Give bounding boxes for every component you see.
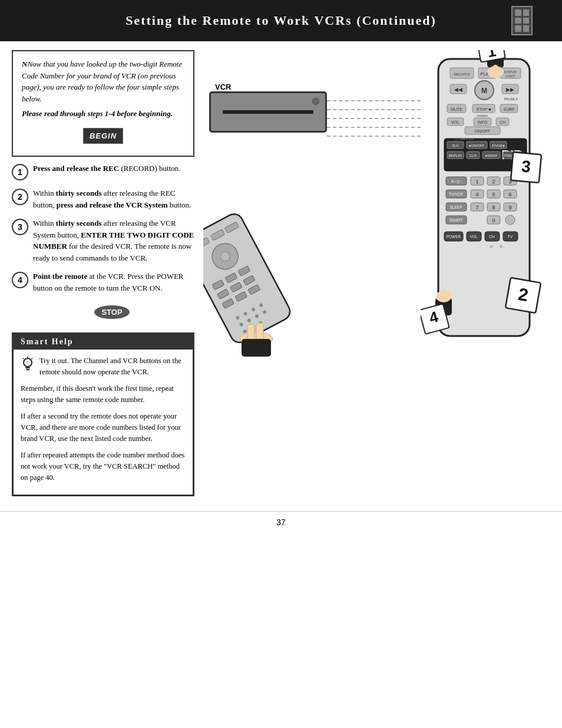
- svg-text:ON/OFF: ON/OFF: [475, 129, 490, 133]
- intro-box: NNow that you have looked up the two-dig…: [12, 50, 194, 157]
- svg-text:REC/VCR: REC/VCR: [454, 73, 470, 76]
- svg-text:4: 4: [475, 192, 478, 197]
- svg-text:8: 8: [492, 205, 495, 210]
- svg-text:9: 9: [508, 205, 511, 210]
- svg-line-4: [23, 358, 24, 360]
- smart-help-para-2: If after a second try the remote does no…: [21, 411, 186, 445]
- svg-text:◀◀: ◀◀: [454, 87, 462, 93]
- icon-dot: [515, 25, 521, 32]
- svg-rect-99: [493, 65, 498, 77]
- svg-text:VOL: VOL: [451, 120, 459, 124]
- vcr-button: [312, 98, 319, 105]
- svg-rect-2: [26, 369, 29, 370]
- page-header: Setting the Remote to Work VCRs (Continu…: [0, 0, 562, 41]
- svg-text:CH: CH: [489, 235, 495, 239]
- smart-help-content: Try it out. The Channel and VCR buttons …: [14, 350, 193, 495]
- signal-line-3: [327, 118, 421, 119]
- svg-text:SLEEP: SLEEP: [450, 205, 462, 209]
- step-1-number: 1: [12, 164, 28, 180]
- smart-help-para-1: Remember, if this doesn't work the first…: [21, 383, 186, 406]
- vcr-device: [209, 91, 327, 133]
- svg-text:VOL: VOL: [470, 235, 477, 239]
- svg-text:LIGHT: LIGHT: [505, 74, 515, 78]
- bulb-icon: [21, 357, 35, 373]
- main-content: NNow that you have looked up the two-dig…: [0, 41, 562, 505]
- svg-text:CLR: CLR: [470, 154, 477, 157]
- intro-bold-text: Please read through steps 1-4 before beg…: [22, 108, 184, 120]
- svg-text:SURF: SURF: [503, 107, 514, 111]
- svg-text:6: 6: [508, 192, 511, 197]
- icon-dot: [515, 18, 521, 24]
- left-column: NNow that you have looked up the two-dig…: [12, 50, 194, 496]
- step-1-text: Press and release the REC (RECORD) butto…: [33, 163, 194, 174]
- svg-text:PAUSE II: PAUSE II: [504, 97, 518, 101]
- svg-text:E: E: [500, 245, 503, 248]
- svg-rect-135: [256, 323, 263, 341]
- svg-text:MUTE: MUTE: [451, 107, 462, 111]
- svg-text:●ON/OFF: ●ON/OFF: [469, 144, 485, 147]
- smart-help-para-3: If after repeated attempts the code numb…: [21, 450, 186, 484]
- svg-point-82: [505, 215, 515, 225]
- vcr-label: VCR: [215, 83, 231, 91]
- header-icon: [511, 6, 533, 35]
- page: Setting the Remote to Work VCRs (Continu…: [0, 0, 562, 728]
- svg-rect-136: [242, 339, 271, 357]
- svg-text:STOP ■: STOP ■: [477, 107, 491, 111]
- smart-help-tip: Try it out. The Channel and VCR buttons …: [21, 355, 186, 378]
- svg-text:SMART: SMART: [449, 218, 463, 222]
- step-2-number: 2: [12, 189, 28, 205]
- step-4-number: 4: [12, 272, 28, 288]
- svg-text:▶▶: ▶▶: [506, 87, 514, 93]
- step-2: 2 Within thirty seconds after releasing …: [12, 187, 194, 210]
- vcr-slot: [223, 110, 313, 114]
- intro-text: NNow that you have looked up the two-dig…: [22, 58, 184, 104]
- icon-dot: [523, 18, 530, 24]
- smart-help-tip-text: Try it out. The Channel and VCR buttons …: [39, 355, 186, 378]
- svg-text:STATUS: STATUS: [504, 70, 517, 74]
- step-1: 1 Press and release the REC (RECORD) but…: [12, 163, 194, 180]
- svg-text:2: 2: [492, 179, 495, 185]
- svg-text:D: D: [490, 245, 493, 248]
- signal-line-1: [327, 100, 421, 101]
- step-3-text: Within thirty seconds after releasing th…: [33, 218, 194, 263]
- diagram: VCR REC/VCR: [203, 50, 550, 357]
- svg-text:●SWAP: ●SWAP: [485, 154, 497, 157]
- hand-bottom: 4: [421, 289, 452, 334]
- remote-control-svg: REC/VCR PLAY▶ STATUS LIGHT ◀◀ M ▶▶ PAUSE: [421, 50, 550, 357]
- stop-badge: STOP: [94, 305, 129, 319]
- right-column: VCR REC/VCR: [203, 50, 550, 496]
- svg-text:P/VUE●: P/VUE●: [492, 144, 505, 147]
- svg-text:REPLAY: REPLAY: [448, 154, 462, 157]
- icon-dot: [515, 9, 521, 16]
- signal-line-5: [327, 136, 421, 137]
- svg-text:TV/VCR: TV/VCR: [449, 192, 463, 196]
- step-3: 3 Within thirty seconds after releasing …: [12, 218, 194, 263]
- svg-text:7: 7: [475, 205, 478, 210]
- svg-text:5: 5: [492, 192, 495, 197]
- page-title: Setting the Remote to Work VCRs (Continu…: [51, 13, 511, 28]
- svg-text:M: M: [481, 87, 487, 95]
- icon-dot: [523, 25, 530, 32]
- svg-text:3: 3: [521, 157, 531, 176]
- signal-line-4: [327, 127, 421, 128]
- svg-text:A-◁▷: A-◁▷: [451, 179, 462, 183]
- begin-badge: BEGIN: [83, 128, 123, 144]
- svg-text:1: 1: [475, 179, 478, 185]
- step-4: 4 Point the remote at the VCR. Press the…: [12, 271, 194, 294]
- remote-angled-svg: [203, 192, 321, 357]
- smart-help-header: Smart Help: [14, 334, 193, 350]
- signal-line-2: [327, 109, 421, 110]
- smart-help-box: Smart Help: [12, 332, 194, 496]
- svg-text:INFO: INFO: [478, 120, 488, 124]
- svg-text:0: 0: [492, 218, 495, 223]
- svg-text:TV: TV: [508, 235, 513, 239]
- svg-text:POWER: POWER: [447, 235, 461, 239]
- svg-text:omnplus: omnplus: [477, 114, 488, 117]
- icon-dot: [523, 9, 530, 16]
- step-2-text: Within thirty seconds after releasing th…: [33, 187, 194, 210]
- svg-text:CH: CH: [500, 120, 505, 124]
- svg-text:SLO: SLO: [452, 144, 459, 147]
- page-number: 37: [0, 511, 562, 533]
- step-4-text: Point the remote at the VCR. Press the P…: [33, 271, 194, 294]
- svg-rect-1: [25, 367, 30, 368]
